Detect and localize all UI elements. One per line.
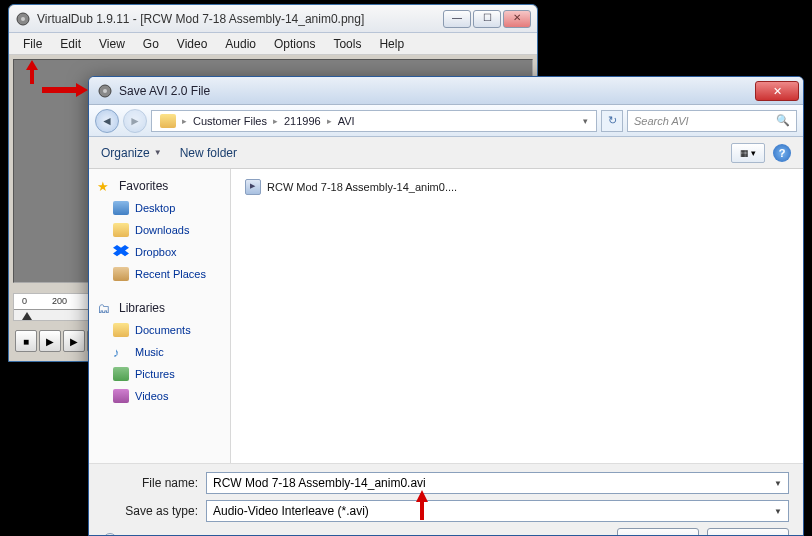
dialog-body: ★ Favorites Desktop Downloads Dropbox Re… xyxy=(89,169,803,463)
sidebar-item-documents[interactable]: Documents xyxy=(89,319,230,341)
videos-icon xyxy=(113,389,129,403)
chevron-down-icon[interactable]: ▼ xyxy=(774,507,782,516)
file-item[interactable]: RCW Mod 7-18 Assembly-14_anim0.... xyxy=(243,177,791,197)
sidebar-favorites[interactable]: ★ Favorites xyxy=(89,175,230,197)
crumb-211996[interactable]: 211996 xyxy=(280,113,325,129)
menu-view[interactable]: View xyxy=(91,35,133,53)
nav-back-button[interactable]: ◄ xyxy=(95,109,119,133)
play-input-button[interactable]: ▶ xyxy=(39,330,61,352)
menu-file[interactable]: File xyxy=(15,35,50,53)
folder-icon xyxy=(160,114,176,128)
menu-options[interactable]: Options xyxy=(266,35,323,53)
music-icon: ♪ xyxy=(113,345,129,359)
close-button[interactable]: ✕ xyxy=(503,10,531,28)
star-icon: ★ xyxy=(97,179,113,193)
menu-go[interactable]: Go xyxy=(135,35,167,53)
stop-button[interactable]: ■ xyxy=(15,330,37,352)
save-button[interactable]: Save xyxy=(617,528,699,536)
tick-0: 0 xyxy=(22,296,27,306)
dialog-navbar: ◄ ► ▸ Customer Files ▸ 211996 ▸ AVI ▾ ↻ … xyxy=(89,105,803,137)
breadcrumb-dropdown-icon[interactable]: ▾ xyxy=(579,116,592,126)
sidebar-libraries[interactable]: 🗂 Libraries xyxy=(89,297,230,319)
sidebar[interactable]: ★ Favorites Desktop Downloads Dropbox Re… xyxy=(89,169,231,463)
help-button[interactable]: ? xyxy=(773,144,791,162)
documents-icon xyxy=(113,323,129,337)
maximize-button[interactable]: ☐ xyxy=(473,10,501,28)
sidebar-item-downloads[interactable]: Downloads xyxy=(89,219,230,241)
breadcrumb[interactable]: ▸ Customer Files ▸ 211996 ▸ AVI ▾ xyxy=(151,110,597,132)
timeline-pointer-icon[interactable] xyxy=(22,312,32,320)
dialog-close-button[interactable]: ✕ xyxy=(755,81,799,101)
folder-icon xyxy=(113,223,129,237)
search-icon[interactable]: 🔍 xyxy=(776,114,790,127)
app-icon xyxy=(15,11,31,27)
vd-menubar: File Edit View Go Video Audio Options To… xyxy=(9,33,537,55)
sidebar-item-music[interactable]: ♪Music xyxy=(89,341,230,363)
sidebar-item-desktop[interactable]: Desktop xyxy=(89,197,230,219)
svg-point-3 xyxy=(103,89,107,93)
save-dialog: Save AVI 2.0 File ✕ ◄ ► ▸ Customer Files… xyxy=(88,76,804,536)
menu-video[interactable]: Video xyxy=(169,35,215,53)
desktop-icon xyxy=(113,201,129,215)
chevron-down-icon: ▼ xyxy=(154,148,162,157)
file-list[interactable]: RCW Mod 7-18 Assembly-14_anim0.... xyxy=(231,169,803,463)
chevron-down-icon[interactable]: ▼ xyxy=(774,479,782,488)
search-input[interactable]: Search AVI 🔍 xyxy=(627,110,797,132)
savetype-label: Save as type: xyxy=(103,504,198,518)
play-output-button[interactable]: ▶ xyxy=(63,330,85,352)
menu-help[interactable]: Help xyxy=(371,35,412,53)
nav-forward-button[interactable]: ► xyxy=(123,109,147,133)
filename-label: File name: xyxy=(103,476,198,490)
avi-file-icon xyxy=(245,179,261,195)
tick-200: 200 xyxy=(52,296,67,306)
cancel-button[interactable]: Cancel xyxy=(707,528,789,536)
dialog-bottom-panel: File name: RCW Mod 7-18 Assembly-14_anim… xyxy=(89,463,803,536)
menu-audio[interactable]: Audio xyxy=(217,35,264,53)
vd-title: VirtualDub 1.9.11 - [RCW Mod 7-18 Assemb… xyxy=(37,12,443,26)
dropbox-icon xyxy=(113,245,129,259)
crumb-customer-files[interactable]: Customer Files xyxy=(189,113,271,129)
sidebar-item-recent[interactable]: Recent Places xyxy=(89,263,230,285)
sidebar-item-videos[interactable]: Videos xyxy=(89,385,230,407)
refresh-button[interactable]: ↻ xyxy=(601,110,623,132)
dialog-titlebar[interactable]: Save AVI 2.0 File ✕ xyxy=(89,77,803,105)
sidebar-item-dropbox[interactable]: Dropbox xyxy=(89,241,230,263)
svg-point-1 xyxy=(21,17,25,21)
dialog-title: Save AVI 2.0 File xyxy=(119,84,755,98)
organize-button[interactable]: Organize ▼ xyxy=(101,146,162,160)
dialog-toolbar: Organize ▼ New folder ▦ ▾ ? xyxy=(89,137,803,169)
filename-input[interactable]: RCW Mod 7-18 Assembly-14_anim0.avi ▼ xyxy=(206,472,789,494)
view-options-button[interactable]: ▦ ▾ xyxy=(731,143,765,163)
menu-tools[interactable]: Tools xyxy=(325,35,369,53)
chevron-right-icon: ▸ xyxy=(327,116,332,126)
libraries-icon: 🗂 xyxy=(97,301,113,315)
chevron-right-icon: ▸ xyxy=(182,116,187,126)
savetype-select[interactable]: Audio-Video Interleave (*.avi) ▼ xyxy=(206,500,789,522)
new-folder-button[interactable]: New folder xyxy=(180,146,237,160)
vd-titlebar[interactable]: VirtualDub 1.9.11 - [RCW Mod 7-18 Assemb… xyxy=(9,5,537,33)
chevron-right-icon: ▸ xyxy=(273,116,278,126)
crumb-avi[interactable]: AVI xyxy=(334,113,359,129)
menu-edit[interactable]: Edit xyxy=(52,35,89,53)
recent-icon xyxy=(113,267,129,281)
file-name: RCW Mod 7-18 Assembly-14_anim0.... xyxy=(267,181,457,193)
dialog-app-icon xyxy=(97,83,113,99)
sidebar-item-pictures[interactable]: Pictures xyxy=(89,363,230,385)
search-placeholder: Search AVI xyxy=(634,115,689,127)
minimize-button[interactable]: — xyxy=(443,10,471,28)
pictures-icon xyxy=(113,367,129,381)
